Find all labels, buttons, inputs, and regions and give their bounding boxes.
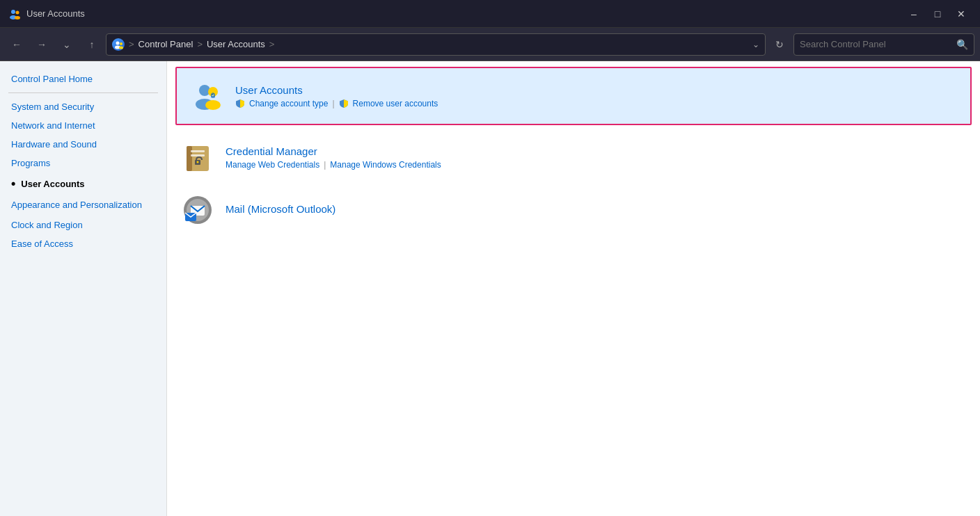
mail-outlook-icon — [181, 193, 214, 227]
sidebar-label-hardware-and-sound: Hardware and Sound — [11, 139, 97, 150]
search-box: 🔍 — [793, 33, 974, 56]
main-layout: Control Panel Home System and Security N… — [0, 61, 980, 516]
content-area: User Accounts Change account type | — [167, 61, 980, 516]
title-bar: User Accounts – □ ✕ — [0, 0, 980, 28]
title-bar-controls: – □ ✕ — [903, 4, 972, 24]
sidebar-item-system-and-security[interactable]: System and Security — [0, 97, 166, 116]
up-button[interactable]: ↑ — [81, 33, 103, 56]
credential-manager-icon — [181, 140, 214, 174]
mail-outlook-content: Mail (Microsoft Outlook) — [226, 203, 966, 218]
address-icon — [112, 38, 125, 51]
address-sep-3: > — [269, 39, 275, 49]
window-title: User Accounts — [26, 8, 85, 19]
remove-user-accounts-link[interactable]: Remove user accounts — [353, 99, 438, 108]
svg-point-0 — [11, 10, 15, 14]
forward-button[interactable]: → — [31, 33, 53, 56]
title-bar-left: User Accounts — [8, 8, 85, 20]
minimize-button[interactable]: – — [903, 4, 924, 24]
credential-manager-content: Credential Manager Manage Web Credential… — [226, 145, 966, 170]
link-sep-2: | — [324, 160, 326, 170]
mail-outlook-title[interactable]: Mail (Microsoft Outlook) — [226, 203, 966, 215]
svg-rect-13 — [187, 146, 192, 171]
sidebar-item-programs[interactable]: Programs — [0, 154, 166, 172]
svg-rect-15 — [191, 154, 205, 156]
sidebar-item-control-panel-home[interactable]: Control Panel Home — [0, 70, 166, 88]
window-icon — [8, 8, 21, 20]
sidebar-label-appearance: Appearance and Personalization — [11, 200, 142, 211]
svg-point-17 — [197, 161, 199, 163]
credential-manager-title[interactable]: Credential Manager — [226, 145, 966, 157]
maximize-button[interactable]: □ — [927, 4, 948, 24]
category-row-user-accounts: User Accounts Change account type | — [175, 67, 972, 125]
svg-point-2 — [16, 10, 19, 14]
search-input[interactable] — [800, 39, 952, 49]
address-bar[interactable]: > Control Panel > User Accounts > ⌄ — [106, 33, 766, 56]
shield-icon-remove — [339, 99, 349, 108]
sidebar-item-ease-of-access[interactable]: Ease of Access — [0, 234, 166, 253]
user-accounts-content: User Accounts Change account type | — [235, 84, 956, 108]
recent-locations-button[interactable]: ⌄ — [56, 33, 78, 56]
sidebar-item-user-accounts[interactable]: User Accounts — [0, 172, 166, 195]
svg-point-7 — [119, 46, 123, 49]
manage-web-credentials-link[interactable]: Manage Web Credentials — [226, 160, 319, 170]
shield-icon-change — [235, 99, 245, 108]
sidebar-label-programs: Programs — [11, 158, 50, 168]
close-button[interactable]: ✕ — [951, 4, 972, 24]
address-sep-2: > — [197, 39, 203, 49]
refresh-button[interactable]: ↻ — [768, 33, 791, 56]
search-button[interactable]: 🔍 — [956, 39, 968, 50]
credential-manager-links: Manage Web Credentials | Manage Windows … — [226, 160, 966, 170]
user-accounts-icon — [191, 79, 224, 113]
sidebar-label-clock-and-region: Clock and Region — [11, 220, 83, 230]
nav-right: ↻ 🔍 — [768, 33, 974, 56]
category-row-mail-outlook: Mail (Microsoft Outlook) — [175, 184, 972, 236]
svg-point-6 — [120, 42, 122, 45]
category-row-credential-manager: Credential Manager Manage Web Credential… — [175, 131, 972, 184]
user-accounts-links: Change account type | Remove user accoun… — [235, 99, 956, 108]
user-accounts-title[interactable]: User Accounts — [235, 84, 956, 96]
back-button[interactable]: ← — [6, 33, 28, 56]
address-user-accounts[interactable]: User Accounts — [207, 39, 265, 49]
sidebar-label-ease-of-access: Ease of Access — [11, 239, 73, 249]
sidebar-label-system-and-security: System and Security — [11, 102, 94, 112]
nav-bar: ← → ⌄ ↑ > Control Panel > User Accounts … — [0, 28, 980, 61]
sidebar-divider-1 — [8, 92, 158, 93]
address-control-panel[interactable]: Control Panel — [139, 39, 193, 49]
link-sep-1: | — [332, 99, 334, 108]
svg-point-4 — [116, 41, 120, 45]
sidebar-item-clock-and-region[interactable]: Clock and Region — [0, 216, 166, 234]
sidebar: Control Panel Home System and Security N… — [0, 61, 167, 516]
address-dropdown-button[interactable]: ⌄ — [752, 40, 759, 49]
sidebar-item-network-and-internet[interactable]: Network and Internet — [0, 116, 166, 135]
svg-point-3 — [15, 16, 20, 19]
manage-windows-credentials-link[interactable]: Manage Windows Credentials — [330, 160, 441, 170]
change-account-type-link[interactable]: Change account type — [249, 99, 328, 108]
sidebar-label-network-and-internet: Network and Internet — [11, 120, 95, 131]
address-sep-1: > — [129, 39, 134, 49]
svg-point-11 — [205, 100, 221, 110]
sidebar-item-hardware-and-sound[interactable]: Hardware and Sound — [0, 135, 166, 154]
sidebar-label-user-accounts: User Accounts — [21, 179, 84, 189]
sidebar-label-control-panel-home: Control Panel Home — [11, 74, 93, 84]
sidebar-item-appearance[interactable]: Appearance and Personalization — [0, 195, 166, 216]
svg-rect-14 — [191, 150, 205, 152]
